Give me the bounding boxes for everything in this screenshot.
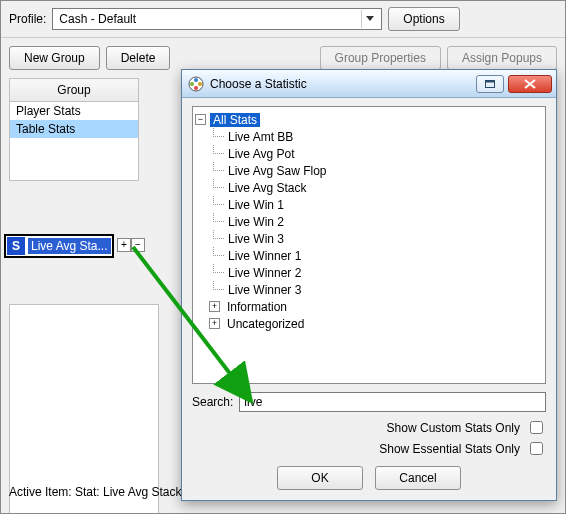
stat-tree[interactable]: − All Stats Live Amt BBLive Avg PotLive … [192, 106, 546, 384]
dialog-title: Choose a Statistic [210, 77, 472, 91]
new-group-button[interactable]: New Group [9, 46, 100, 70]
expand-icon[interactable]: + [209, 318, 220, 329]
tree-leaf[interactable]: Live Winner 2 [209, 264, 543, 281]
search-input[interactable] [239, 392, 546, 412]
tree-leaf[interactable]: Live Avg Stack [209, 179, 543, 196]
tree-leaf[interactable]: Live Winner 3 [209, 281, 543, 298]
tree-node-label: Information [224, 300, 290, 314]
tree-leaf-label: Live Avg Pot [228, 147, 295, 161]
tree-leaf-label: Live Winner 2 [228, 266, 301, 280]
profile-label: Profile: [9, 12, 46, 26]
tree-leaf[interactable]: Live Amt BB [209, 128, 543, 145]
group-list-header: Group [10, 79, 138, 102]
tree-leaf-label: Live Avg Saw Flop [228, 164, 327, 178]
tree-leaf-label: Live Win 3 [228, 232, 284, 246]
ok-button[interactable]: OK [277, 466, 363, 490]
cancel-button[interactable]: Cancel [375, 466, 461, 490]
remove-stat-button[interactable]: − [131, 238, 145, 252]
selected-stat-label: Live Avg Sta... [28, 238, 111, 254]
tree-leaf-label: Live Winner 1 [228, 249, 301, 263]
selected-stat-token[interactable]: S Live Avg Sta... [4, 234, 114, 258]
tree-node-label: Uncategorized [224, 317, 307, 331]
delete-button[interactable]: Delete [106, 46, 171, 70]
tree-leaf[interactable]: Live Avg Saw Flop [209, 162, 543, 179]
assign-popups-button[interactable]: Assign Popups [447, 46, 557, 70]
dialog-titlebar[interactable]: Choose a Statistic [182, 70, 556, 98]
app-icon [188, 76, 204, 92]
svg-point-4 [194, 86, 198, 90]
tree-node[interactable]: +Uncategorized [209, 315, 543, 332]
tree-leaf[interactable]: Live Win 3 [209, 230, 543, 247]
expand-icon[interactable]: + [209, 301, 220, 312]
close-button[interactable] [508, 75, 552, 93]
tree-node[interactable]: +Information [209, 298, 543, 315]
group-properties-button[interactable]: Group Properties [320, 46, 441, 70]
svg-rect-6 [486, 80, 495, 82]
checkbox[interactable] [530, 421, 543, 434]
checkbox[interactable] [530, 442, 543, 455]
show-custom-check[interactable]: Show Custom Stats Only [387, 418, 546, 437]
profile-bar: Profile: Cash - Default Options [1, 1, 565, 38]
svg-point-1 [190, 82, 194, 86]
choose-statistic-dialog: Choose a Statistic − All Stats Live Amt … [181, 69, 557, 501]
maximize-button[interactable] [476, 75, 504, 93]
add-stat-button[interactable]: + [117, 238, 131, 252]
layout-canvas[interactable] [9, 304, 159, 514]
collapse-icon[interactable]: − [195, 114, 206, 125]
group-list[interactable]: Player Stats Table Stats [10, 102, 138, 180]
tree-leaf[interactable]: Live Winner 1 [209, 247, 543, 264]
stat-badge-icon: S [7, 237, 25, 255]
list-item[interactable]: Player Stats [10, 102, 138, 120]
profile-combobox[interactable]: Cash - Default [52, 8, 382, 30]
show-essential-check[interactable]: Show Essential Stats Only [379, 439, 546, 458]
tree-leaf-label: Live Win 1 [228, 198, 284, 212]
group-list-panel: Group Player Stats Table Stats [9, 78, 139, 181]
list-item[interactable]: Table Stats [10, 120, 138, 138]
search-label: Search: [192, 395, 233, 409]
tree-leaf-label: Live Amt BB [228, 130, 293, 144]
tree-node-all-stats[interactable]: All Stats [210, 113, 260, 127]
chevron-down-icon [361, 10, 377, 28]
tree-leaf[interactable]: Live Avg Pot [209, 145, 543, 162]
profile-value: Cash - Default [59, 12, 136, 26]
tree-leaf-label: Live Win 2 [228, 215, 284, 229]
tree-leaf[interactable]: Live Win 1 [209, 196, 543, 213]
active-item-status: Active Item: Stat: Live Avg Stack [9, 485, 182, 499]
svg-point-2 [198, 82, 202, 86]
tree-leaf[interactable]: Live Win 2 [209, 213, 543, 230]
options-button[interactable]: Options [388, 7, 459, 31]
tree-leaf-label: Live Avg Stack [228, 181, 307, 195]
svg-point-3 [194, 78, 198, 82]
tree-leaf-label: Live Winner 3 [228, 283, 301, 297]
